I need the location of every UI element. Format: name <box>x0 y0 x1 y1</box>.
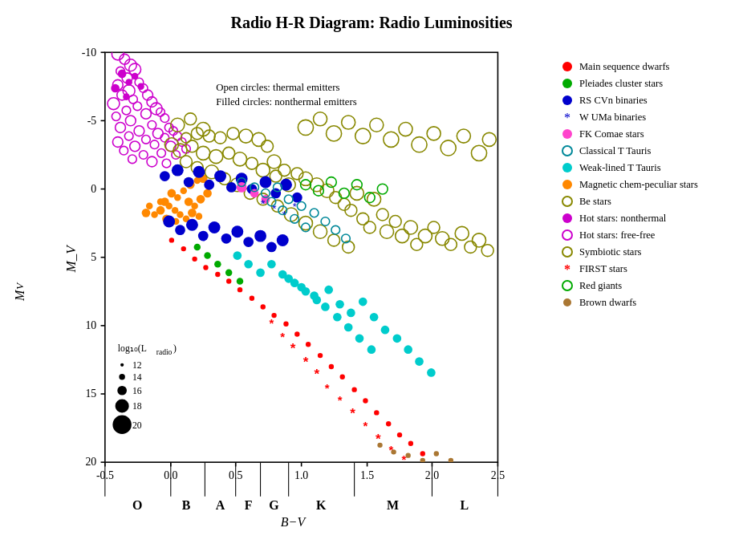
svg-point-108 <box>118 70 127 79</box>
wuma-symbol: * <box>560 110 575 124</box>
fkcomae-symbol <box>560 127 575 141</box>
svg-text:0: 0 <box>91 183 96 195</box>
legend-item-rscvn: RS CVn binaries <box>560 93 729 108</box>
svg-point-268 <box>335 300 344 309</box>
svg-text:20: 20 <box>132 420 142 431</box>
svg-point-297 <box>306 342 311 347</box>
svg-point-113 <box>123 93 130 100</box>
svg-point-287 <box>192 257 197 262</box>
svg-point-288 <box>203 265 208 270</box>
legend-label-be: Be stars <box>579 195 611 208</box>
browndwarfs-symbol <box>560 295 575 310</box>
svg-point-227 <box>163 216 175 228</box>
svg-text:*: * <box>314 367 319 382</box>
svg-point-130 <box>151 211 158 218</box>
legend-label-magchem: Magnetic chem-peculiar stars <box>579 178 698 191</box>
svg-text:K: K <box>316 498 327 512</box>
chart-title: Radio H-R Diagram: Radio Luminosities <box>10 7 733 32</box>
hr-diagram-plot: -10 -5 0 5 10 15 20 <box>30 35 556 513</box>
legend-label-redgiants: Red giants <box>579 279 622 292</box>
legend-item-be: Be stars <box>560 194 729 209</box>
svg-text:15: 15 <box>85 388 96 400</box>
svg-text:*: * <box>269 317 274 330</box>
svg-text:*: * <box>325 382 330 395</box>
svg-text:*: * <box>564 262 570 276</box>
svg-point-310 <box>214 261 221 268</box>
svg-point-260 <box>244 260 253 269</box>
svg-point-282 <box>344 323 353 332</box>
svg-point-338 <box>461 463 466 468</box>
svg-point-306 <box>408 441 413 446</box>
svg-point-274 <box>404 345 412 354</box>
svg-point-289 <box>215 272 220 277</box>
svg-text:*: * <box>350 406 355 421</box>
svg-point-125 <box>197 195 205 204</box>
svg-point-309 <box>204 252 211 259</box>
be-symbol <box>560 194 575 209</box>
svg-text:*: * <box>293 201 297 213</box>
svg-point-279 <box>310 291 319 300</box>
svg-point-336 <box>434 451 439 456</box>
svg-point-272 <box>381 326 390 335</box>
svg-text:*: * <box>338 394 343 407</box>
legend-label-symbiotic: Symbiotic stars <box>579 246 641 258</box>
svg-text:radio: radio <box>156 347 173 356</box>
svg-point-232 <box>221 233 232 244</box>
svg-point-135 <box>157 198 164 205</box>
svg-point-219 <box>214 170 226 182</box>
svg-point-277 <box>284 274 293 283</box>
svg-point-223 <box>259 177 271 189</box>
svg-point-353 <box>562 247 572 257</box>
legend-label-first: FIRST stars <box>579 262 627 275</box>
svg-point-311 <box>225 270 233 277</box>
svg-point-228 <box>175 225 185 235</box>
svg-point-303 <box>374 410 379 415</box>
weak-ttau-symbol <box>560 160 575 175</box>
svg-point-269 <box>347 309 355 318</box>
svg-point-137 <box>142 209 151 217</box>
svg-text:10: 10 <box>85 319 96 331</box>
magchem-symbol <box>560 177 575 192</box>
svg-point-305 <box>397 432 402 437</box>
svg-text:F: F <box>245 498 253 512</box>
svg-point-224 <box>270 189 281 199</box>
svg-point-281 <box>333 313 342 322</box>
legend-item-symbiotic: Symbiotic stars <box>560 245 729 259</box>
svg-point-343 <box>562 79 572 88</box>
legend-item-fkcomae: FK Comae stars <box>560 127 729 141</box>
svg-point-304 <box>386 421 391 426</box>
svg-point-334 <box>405 452 410 457</box>
svg-point-342 <box>562 62 572 71</box>
svg-point-280 <box>321 302 330 311</box>
legend-label-main-seq: Main sequence dwarfs <box>579 60 669 73</box>
svg-point-295 <box>283 322 288 327</box>
svg-point-299 <box>329 364 334 369</box>
svg-point-220 <box>226 182 237 193</box>
redgiants-symbol <box>560 278 575 293</box>
svg-point-356 <box>563 298 571 306</box>
svg-point-340 <box>485 464 489 469</box>
legend-item-wuma: * W UMa binaries <box>560 110 729 124</box>
svg-text:M_V: M_V <box>63 244 79 274</box>
legend-label-pleiades: Pleiades cluster stars <box>579 77 663 90</box>
legend: Main sequence dwarfs Pleiades cluster st… <box>556 51 733 533</box>
svg-point-352 <box>562 230 572 240</box>
svg-point-301 <box>351 387 356 392</box>
svg-text:L: L <box>461 498 469 512</box>
legend-label-browndwarfs: Brown dwarfs <box>579 296 636 309</box>
svg-text:Open circles: thermal emitters: Open circles: thermal emitters <box>216 82 339 93</box>
svg-text:): ) <box>173 343 177 354</box>
svg-point-298 <box>318 353 323 358</box>
svg-point-290 <box>226 278 231 283</box>
svg-point-302 <box>363 398 367 403</box>
legend-label-wuma: W UMa binaries <box>579 111 646 124</box>
svg-text:1.5: 1.5 <box>360 469 374 481</box>
svg-text:14: 14 <box>132 372 142 383</box>
svg-point-270 <box>359 298 367 306</box>
svg-point-349 <box>562 180 572 189</box>
svg-point-293 <box>261 304 266 309</box>
svg-point-292 <box>250 296 254 301</box>
x-axis-label: B−V <box>30 515 556 530</box>
legend-item-hotfreefree: Hot stars: free-free <box>560 228 729 242</box>
svg-point-231 <box>209 221 221 233</box>
